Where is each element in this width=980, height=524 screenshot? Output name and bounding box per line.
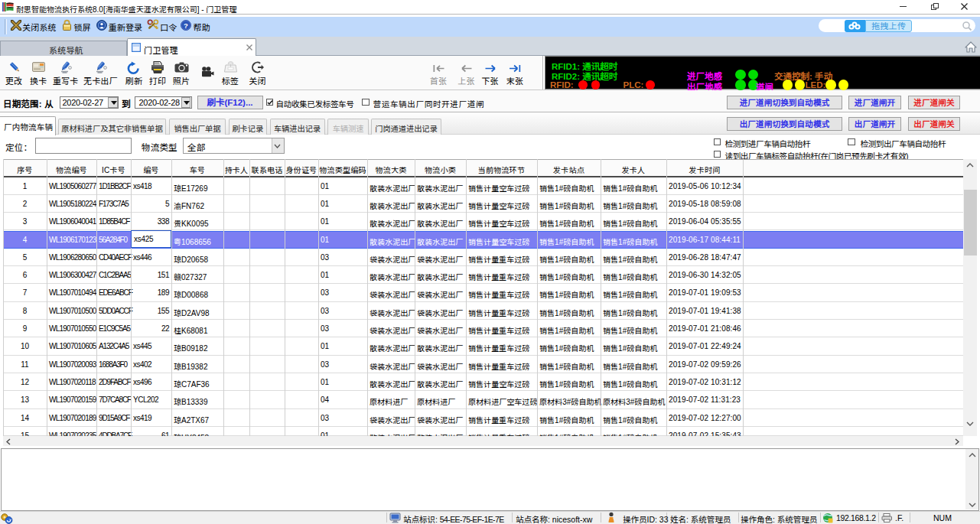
svg-text:?: ? bbox=[184, 21, 188, 30]
